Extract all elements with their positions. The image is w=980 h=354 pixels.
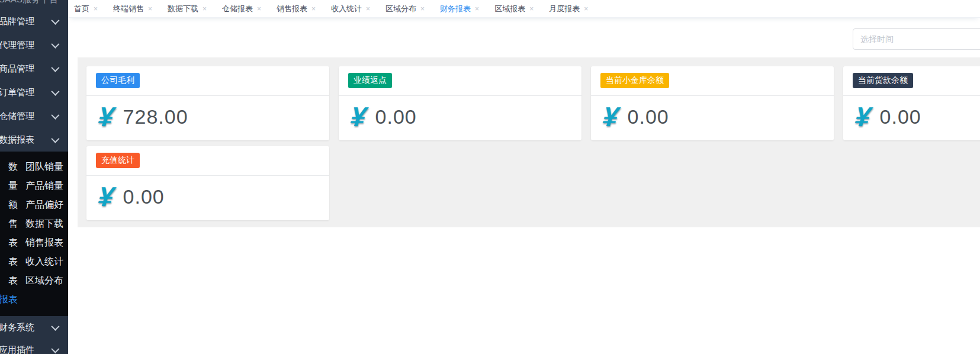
sidebar-item-brand-management[interactable]: 品牌管理 — [0, 9, 68, 33]
chevron-down-icon — [51, 345, 59, 353]
tab-sales-report[interactable]: 销售报表 × — [277, 4, 316, 14]
card-title-badge: 业绩返点 — [348, 73, 392, 88]
sidebar-item-product-management[interactable]: 商品管理 — [0, 57, 68, 81]
sidebar-item-label: 财务系统 — [0, 322, 48, 333]
sidebar-item-app-plugins[interactable]: 应用插件 — [0, 339, 68, 354]
submenu-item-finance-report-active[interactable]: 报表 — [0, 294, 18, 306]
tab-label: 财务报表 — [440, 4, 471, 14]
tab-warehouse-report[interactable]: 仓储报表 × — [222, 4, 261, 14]
submenu-item-income-stats[interactable]: 收入统计 — [25, 256, 63, 268]
sidebar-item-label: 商品管理 — [0, 63, 48, 75]
submenu-item-product-preference[interactable]: 产品偏好 — [25, 199, 63, 211]
card-header: 业绩返点 — [339, 66, 581, 96]
card-header: 当前小金库余额 — [591, 66, 834, 96]
submenu-row: 报表 — [0, 290, 68, 309]
tab-label: 仓储报表 — [222, 4, 253, 14]
close-icon[interactable]: × — [366, 5, 370, 12]
sidebar-item-data-reports[interactable]: 数据报表 — [0, 128, 68, 152]
card-body: ¥ 0.00 — [86, 176, 329, 217]
yen-currency-icon: ¥ — [349, 103, 367, 130]
card-body: ¥ 0.00 — [339, 96, 581, 137]
close-icon[interactable]: × — [420, 5, 425, 12]
tab-label: 终端销售 — [113, 4, 144, 14]
tab-label: 月度报表 — [549, 4, 580, 14]
sidebar-bottom-items: 财务系统 应用插件 — [0, 316, 68, 354]
close-icon[interactable]: × — [475, 5, 479, 12]
submenu-item[interactable]: 量 — [0, 180, 18, 192]
card-petty-cash-balance: 当前小金库余额 ¥ 0.00 — [591, 66, 834, 140]
close-icon[interactable]: × — [94, 5, 98, 12]
close-icon[interactable]: × — [203, 5, 207, 12]
tab-income-stats[interactable]: 收入统计 × — [331, 4, 370, 14]
card-value: 0.00 — [123, 185, 165, 208]
yen-currency-icon: ¥ — [854, 103, 872, 130]
card-performance-rebate: 业绩返点 ¥ 0.00 — [339, 66, 581, 140]
close-icon[interactable]: × — [529, 5, 534, 12]
submenu-row: 数 团队销量 — [0, 157, 68, 176]
close-icon[interactable]: × — [311, 5, 316, 12]
close-icon[interactable]: × — [148, 5, 152, 12]
card-header: 充值统计 — [86, 146, 329, 176]
tab-finance-report-active[interactable]: 财务报表 × — [440, 4, 479, 14]
submenu-item-product-sales[interactable]: 产品销量 — [25, 180, 63, 192]
submenu-item-data-download[interactable]: 数据下载 — [25, 218, 63, 230]
tab-home[interactable]: 首页 × — [74, 4, 98, 14]
chevron-down-icon — [51, 40, 59, 49]
sidebar-item-finance-system[interactable]: 财务系统 — [0, 316, 68, 339]
close-icon[interactable]: × — [584, 5, 588, 12]
sidebar-item-label: 数据报表 — [0, 134, 48, 146]
submenu-item[interactable]: 表 — [0, 275, 18, 287]
tab-label: 首页 — [74, 4, 89, 14]
chevron-down-icon — [51, 111, 59, 120]
tab-region-report[interactable]: 区域报表 × — [494, 4, 534, 14]
submenu-item[interactable]: 额 — [0, 199, 18, 211]
tab-terminal-sales[interactable]: 终端销售 × — [113, 4, 152, 14]
sidebar-item-warehouse-management[interactable]: 仓储管理 — [0, 104, 68, 128]
submenu-item-region-distribution[interactable]: 区域分布 — [25, 275, 63, 287]
chevron-down-icon — [51, 64, 59, 72]
submenu-row: 额 产品偏好 — [0, 195, 68, 214]
card-title-badge: 当前货款余额 — [853, 73, 913, 88]
sidebar-menu: 品牌管理 代理管理 商品管理 订单管理 仓储管理 数据报表 数 团队销量 — [0, 9, 68, 354]
submenu-item[interactable]: 售 — [0, 218, 18, 230]
date-picker-input[interactable] — [853, 28, 980, 50]
submenu-item-sales-report[interactable]: 销售报表 — [25, 237, 63, 249]
submenu-item[interactable]: 表 — [0, 256, 18, 268]
submenu-item[interactable]: 数 — [0, 161, 18, 173]
stats-panel: 公司毛利 ¥ 728.00 业绩返点 ¥ 0.00 当前小金库余额 ¥ 0.00… — [78, 57, 980, 227]
card-value: 0.00 — [880, 105, 921, 128]
tab-label: 销售报表 — [277, 4, 307, 14]
card-header: 当前货款余额 — [843, 66, 980, 96]
open-tabs-bar: 首页 × 终端销售 × 数据下载 × 仓储报表 × 销售报表 × 收入统计 × … — [68, 0, 980, 18]
card-header: 公司毛利 — [86, 66, 329, 96]
sidebar-item-label: 仓储管理 — [0, 111, 48, 122]
submenu-row: 售 数据下载 — [0, 214, 68, 233]
card-goods-payment-balance: 当前货款余额 ¥ 0.00 — [843, 66, 980, 140]
tab-region-distribution[interactable]: 区域分布 × — [385, 4, 425, 14]
sidebar-submenu-data-reports: 数 团队销量 量 产品销量 额 产品偏好 售 数据下载 表 销售报表 表 收入统… — [0, 152, 68, 316]
app-logo-text: SAAS服务平台 — [0, 0, 68, 5]
sidebar-item-label: 代理管理 — [0, 40, 48, 51]
card-value: 728.00 — [123, 105, 188, 128]
yen-currency-icon: ¥ — [602, 103, 619, 130]
tab-label: 区域报表 — [494, 4, 525, 14]
tab-data-download[interactable]: 数据下载 × — [168, 4, 207, 14]
submenu-item[interactable]: 表 — [0, 237, 18, 249]
card-body: ¥ 0.00 — [591, 96, 834, 137]
sidebar: SAAS服务平台 品牌管理 代理管理 商品管理 订单管理 仓储管理 数据报表 — [0, 0, 68, 354]
app-logo: SAAS服务平台 — [0, 0, 68, 9]
chevron-down-icon — [51, 17, 59, 25]
card-value: 0.00 — [628, 105, 669, 128]
tab-monthly-report[interactable]: 月度报表 × — [549, 4, 588, 14]
submenu-row: 表 区域分布 — [0, 271, 68, 290]
submenu-item-team-sales[interactable]: 团队销量 — [25, 161, 63, 173]
card-company-gross-profit: 公司毛利 ¥ 728.00 — [86, 66, 329, 140]
close-icon[interactable]: × — [257, 5, 261, 12]
chevron-down-icon — [51, 135, 59, 143]
card-value: 0.00 — [375, 105, 417, 128]
sidebar-item-agent-management[interactable]: 代理管理 — [0, 33, 68, 57]
sidebar-item-label: 订单管理 — [0, 87, 48, 98]
sidebar-item-order-management[interactable]: 订单管理 — [0, 81, 68, 104]
tab-label: 收入统计 — [331, 4, 362, 14]
yen-currency-icon: ¥ — [97, 183, 115, 210]
